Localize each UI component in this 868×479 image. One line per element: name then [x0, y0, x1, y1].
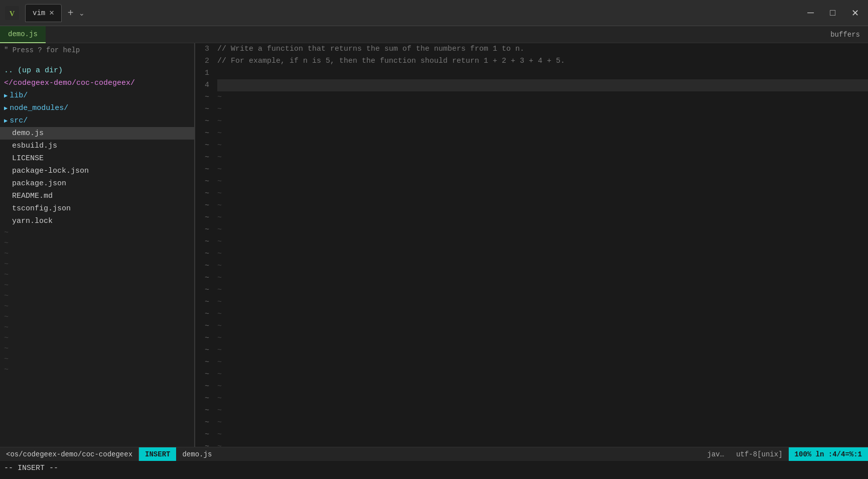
folder-node-modules-label: node_modules/: [10, 104, 68, 112]
main-area: " Press ? for help .. (up a dir) </codeg…: [0, 43, 868, 447]
sidebar-up-dir[interactable]: .. (up a dir): [0, 64, 194, 77]
code-tilde-27: ~: [217, 405, 868, 417]
sidebar-folder-lib[interactable]: ▶ lib/: [0, 89, 194, 102]
status-filetype: jav…: [701, 447, 731, 461]
code-tilde-29: ~: [217, 429, 868, 441]
minimize-button[interactable]: ─: [803, 7, 818, 19]
tilde-7: ~: [0, 291, 194, 301]
code-tilde-5: ~: [217, 140, 868, 152]
tilde-3: ~: [0, 249, 194, 259]
buffers-label: buffers: [822, 31, 868, 39]
sidebar-file-license[interactable]: LICENSE: [0, 152, 194, 165]
ln-tilde-9: ~: [195, 188, 209, 200]
ln-tilde-8: ~: [195, 176, 209, 188]
cmd-bar: -- INSERT --: [0, 461, 868, 475]
ln-tilde-6: ~: [195, 152, 209, 164]
sidebar-file-tsconfig[interactable]: tsconfig.json: [0, 202, 194, 215]
sidebar-file-package-lock[interactable]: package-lock.json: [0, 165, 194, 177]
tilde-13: ~: [0, 354, 194, 365]
line-num-4: 4: [195, 79, 209, 91]
svg-text:V: V: [10, 10, 15, 18]
code-tilde-26: ~: [217, 393, 868, 405]
ln-tilde-24: ~: [195, 369, 209, 381]
tilde-9: ~: [0, 312, 194, 322]
active-editor-tab[interactable]: demo.js: [0, 26, 46, 43]
editor-content: 3 2 1 4 ~ ~ ~ ~ ~ ~ ~ ~ ~ ~ ~ ~ ~ ~ ~ ~: [195, 43, 868, 453]
title-bar-right: ─ □ ✕: [803, 7, 863, 20]
sidebar-folder-src[interactable]: ▶ src/: [0, 114, 194, 127]
tab-close-icon[interactable]: ✕: [49, 9, 54, 17]
ln-tilde-3: ~: [195, 115, 209, 128]
code-tilde-17: ~: [217, 284, 868, 296]
code-tilde-21: ~: [217, 332, 868, 344]
ln-tilde-19: ~: [195, 308, 209, 320]
code-tilde-6: ~: [217, 152, 868, 164]
sidebar: " Press ? for help .. (up a dir) </codeg…: [0, 43, 195, 447]
ln-tilde-17: ~: [195, 284, 209, 296]
editor-area[interactable]: 3 2 1 4 ~ ~ ~ ~ ~ ~ ~ ~ ~ ~ ~ ~ ~ ~ ~ ~: [195, 43, 868, 447]
sidebar-file-esbuild-js[interactable]: esbuild.js: [0, 140, 194, 152]
code-tilde-9: ~: [217, 188, 868, 200]
ln-tilde-11: ~: [195, 212, 209, 224]
code-tilde-7: ~: [217, 164, 868, 176]
code-tilde-20: ~: [217, 320, 868, 332]
code-tilde-14: ~: [217, 248, 868, 260]
status-encoding: utf-8[unix]: [730, 447, 788, 461]
tilde-12: ~: [0, 343, 194, 354]
sidebar-folder-node-modules[interactable]: ▶ node_modules/: [0, 102, 194, 114]
sidebar-file-demo-js[interactable]: demo.js: [0, 127, 194, 140]
tilde-4: ~: [0, 259, 194, 270]
ln-tilde-2: ~: [195, 103, 209, 115]
sidebar-file-readme[interactable]: README.md: [0, 190, 194, 202]
ln-tilde-23: ~: [195, 356, 209, 369]
sidebar-tildes: ~ ~ ~ ~ ~ ~ ~ ~ ~ ~ ~ ~ ~ ~: [0, 227, 194, 375]
sidebar-current-path: </codegeex-demo/coc-codegeex/: [0, 77, 194, 89]
ln-tilde-18: ~: [195, 296, 209, 308]
ln-tilde-15: ~: [195, 260, 209, 272]
code-area[interactable]: // Write a function that returns the sum…: [213, 43, 868, 453]
folder-src-label: src/: [10, 116, 28, 125]
code-line-2: // For example, if n is 5, then the func…: [217, 55, 868, 67]
code-tilde-2: ~: [217, 103, 868, 115]
sidebar-file-yarn-lock[interactable]: yarn.lock: [0, 215, 194, 227]
code-tilde-10: ~: [217, 200, 868, 212]
ln-tilde-29: ~: [195, 429, 209, 441]
ln-tilde-27: ~: [195, 405, 209, 417]
active-tab-label: demo.js: [8, 30, 38, 38]
line-num-2: 2: [195, 55, 209, 67]
tilde-10: ~: [0, 322, 194, 333]
line-numbers: 3 2 1 4 ~ ~ ~ ~ ~ ~ ~ ~ ~ ~ ~ ~ ~ ~ ~ ~: [195, 43, 213, 453]
folder-lib-label: lib/: [10, 91, 28, 100]
ln-tilde-14: ~: [195, 248, 209, 260]
maximize-button[interactable]: □: [826, 7, 839, 19]
code-line-3: // Write a function that returns the sum…: [217, 43, 868, 55]
tab-container: vim ✕ + ⌄: [25, 4, 87, 22]
code-tilde-13: ~: [217, 236, 868, 248]
code-tilde-23: ~: [217, 356, 868, 369]
folder-arrow-icon: ▶: [4, 104, 8, 112]
code-tilde-19: ~: [217, 308, 868, 320]
code-tilde-24: ~: [217, 369, 868, 381]
tilde-11: ~: [0, 333, 194, 343]
ln-tilde-7: ~: [195, 164, 209, 176]
ln-tilde-21: ~: [195, 332, 209, 344]
code-tilde-16: ~: [217, 272, 868, 284]
tab-add-button[interactable]: +: [65, 7, 77, 19]
ln-tilde-1: ~: [195, 91, 209, 103]
line-num-1: 1: [195, 67, 209, 79]
vim-logo-icon: V: [5, 6, 19, 20]
ln-tilde-13: ~: [195, 236, 209, 248]
title-bar-left: V vim ✕ + ⌄: [5, 4, 87, 22]
ln-tilde-16: ~: [195, 272, 209, 284]
window-close-button[interactable]: ✕: [847, 7, 863, 20]
ln-tilde-12: ~: [195, 224, 209, 236]
code-tilde-11: ~: [217, 212, 868, 224]
sidebar-file-package-json[interactable]: package.json: [0, 177, 194, 190]
tab-chevron-button[interactable]: ⌄: [77, 9, 87, 17]
tilde-6: ~: [0, 280, 194, 291]
code-tilde-28: ~: [217, 417, 868, 429]
code-tilde-12: ~: [217, 224, 868, 236]
tilde-14: ~: [0, 365, 194, 375]
code-tilde-22: ~: [217, 344, 868, 356]
vim-tab[interactable]: vim ✕: [25, 4, 62, 22]
